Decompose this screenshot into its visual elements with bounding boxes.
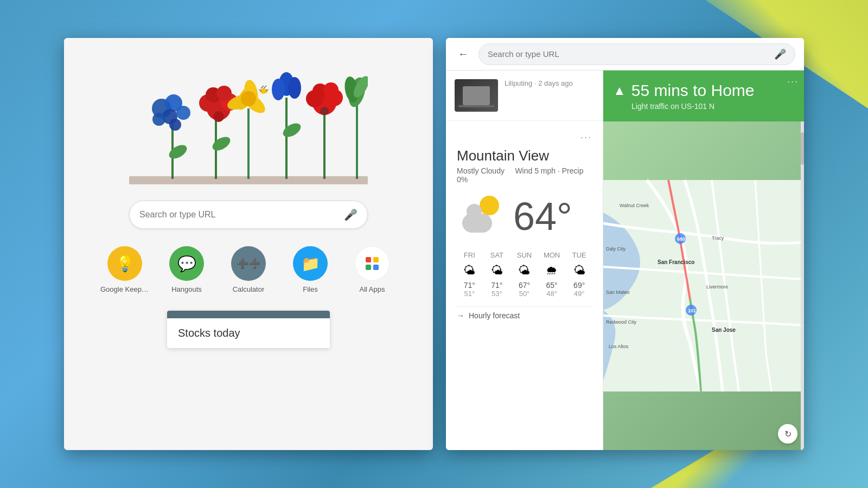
weather-dots[interactable]: ··· bbox=[457, 132, 592, 143]
svg-text:Tracy: Tracy bbox=[712, 235, 724, 241]
forecast-day-name-4: TUE bbox=[566, 251, 592, 259]
window-left: 🎤 💡 Google Keep -... 💬 Hangouts ➕➗ Calcu… bbox=[64, 38, 433, 450]
svg-text:San Mateo: San Mateo bbox=[606, 290, 630, 295]
address-bar: ← 🎤 bbox=[446, 38, 804, 70]
url-input[interactable] bbox=[488, 49, 774, 59]
weather-main: 64° bbox=[457, 195, 592, 238]
forecast-day-0: FRI 🌤 71° 51° bbox=[457, 251, 482, 298]
svg-line-27 bbox=[261, 86, 264, 88]
app-item-files[interactable]: 📁 Files bbox=[286, 246, 335, 293]
forecast-icon-0: 🌤 bbox=[457, 264, 482, 278]
svg-text:Redwood City: Redwood City bbox=[606, 319, 637, 325]
app-icon-keep: 💡 bbox=[107, 246, 142, 281]
stocks-title: Stocks today bbox=[178, 327, 240, 339]
forecast-day-name-3: MON bbox=[539, 251, 565, 259]
map-area: Walnut Creek Daly City San Francisco Tra… bbox=[603, 121, 804, 450]
nav-header: ▲ 55 mins to Home bbox=[613, 81, 794, 100]
svg-point-32 bbox=[272, 79, 285, 100]
stocks-card-header bbox=[167, 311, 330, 318]
app-item-calculator[interactable]: ➕➗ Calculator bbox=[224, 246, 273, 293]
svg-text:Los Altos: Los Altos bbox=[609, 344, 629, 349]
app-label-keep: Google Keep -... bbox=[100, 285, 149, 293]
news-item: Liliputing · 2 days ago bbox=[446, 70, 603, 121]
right-content: Liliputing · 2 days ago ··· Mountain Vie… bbox=[446, 70, 804, 450]
hourly-forecast-link[interactable]: → Hourly forecast bbox=[457, 306, 592, 324]
forecast-day-3: MON 🌧 65° 48° bbox=[539, 251, 565, 298]
forecast-icon-2: 🌤 bbox=[512, 264, 537, 278]
svg-text:101: 101 bbox=[688, 308, 696, 313]
news-thumb-image bbox=[455, 79, 498, 112]
app-label-hangouts: Hangouts bbox=[162, 285, 211, 293]
sun-icon bbox=[480, 196, 499, 215]
left-mic-icon[interactable]: 🎤 bbox=[344, 208, 358, 221]
svg-point-14 bbox=[169, 119, 181, 131]
url-bar[interactable]: 🎤 bbox=[478, 43, 795, 65]
nav-subtitle: Light traffic on US-101 N bbox=[631, 102, 794, 111]
svg-text:Livermore: Livermore bbox=[706, 284, 728, 290]
svg-point-38 bbox=[323, 82, 339, 98]
stocks-card: Stocks today bbox=[167, 311, 330, 348]
forecast-icon-3: 🌧 bbox=[539, 264, 565, 278]
app-item-hangouts[interactable]: 💬 Hangouts bbox=[162, 246, 211, 293]
news-thumbnail bbox=[455, 79, 498, 112]
navigation-arrow-icon: ▲ bbox=[613, 83, 626, 98]
svg-point-33 bbox=[288, 77, 301, 99]
forecast-day-2: SUN 🌤 67° 50° bbox=[512, 251, 537, 298]
svg-text:Walnut Creek: Walnut Creek bbox=[620, 203, 649, 208]
svg-line-28 bbox=[264, 86, 266, 88]
app-item-all-apps[interactable]: All Apps bbox=[348, 246, 397, 293]
weather-city: Mountain View bbox=[457, 147, 592, 164]
forecast-icon-1: 🌤 bbox=[484, 264, 510, 278]
forecast-low-3: 48° bbox=[539, 290, 565, 298]
scrollbar[interactable] bbox=[801, 121, 804, 450]
forecast-high-1: 71° bbox=[484, 281, 510, 290]
forecast-icon-4: 🌤 bbox=[566, 264, 592, 278]
svg-text:Daly City: Daly City bbox=[606, 246, 626, 252]
hourly-arrow-icon: → bbox=[457, 311, 464, 320]
svg-point-20 bbox=[213, 111, 224, 122]
cloud-icon bbox=[462, 214, 492, 233]
svg-point-25 bbox=[241, 91, 256, 106]
right-right-panel: ··· ▲ 55 mins to Home Light traffic on U… bbox=[603, 70, 804, 450]
svg-text:San Francisco: San Francisco bbox=[658, 259, 694, 265]
app-label-all-apps: All Apps bbox=[348, 285, 397, 293]
navigation-card: ··· ▲ 55 mins to Home Light traffic on U… bbox=[603, 70, 804, 121]
right-left-panel: Liliputing · 2 days ago ··· Mountain Vie… bbox=[446, 70, 603, 450]
temperature-display: 64° bbox=[513, 197, 572, 236]
forecast-high-3: 65° bbox=[539, 281, 565, 290]
hourly-link-label: Hourly forecast bbox=[469, 311, 520, 320]
app-icons-row: 💡 Google Keep -... 💬 Hangouts ➕➗ Calcula… bbox=[100, 246, 397, 293]
weather-card: ··· Mountain View Mostly Cloudy Wind 5 m… bbox=[446, 121, 603, 450]
scrollbar-thumb[interactable] bbox=[801, 132, 804, 165]
left-search-input[interactable] bbox=[139, 210, 344, 220]
weather-icon-large bbox=[457, 195, 500, 238]
svg-rect-43 bbox=[129, 176, 368, 184]
app-item-google-keep[interactable]: 💡 Google Keep -... bbox=[100, 246, 149, 293]
forecast-high-4: 69° bbox=[566, 281, 592, 290]
svg-point-7 bbox=[210, 134, 232, 153]
app-icon-calculator: ➕➗ bbox=[231, 246, 266, 281]
forecast-grid: FRI 🌤 71° 51° SAT 🌤 71° 53° SUN bbox=[457, 251, 592, 298]
app-label-files: Files bbox=[286, 285, 335, 293]
weather-condition: Mostly Cloudy bbox=[457, 166, 505, 175]
left-search-container: 🎤 bbox=[129, 201, 368, 229]
news-source: Liliputing · 2 days ago bbox=[505, 79, 594, 87]
svg-rect-44 bbox=[366, 257, 371, 262]
app-icon-hangouts: 💬 bbox=[169, 246, 204, 281]
svg-rect-46 bbox=[366, 265, 371, 270]
back-button[interactable]: ← bbox=[455, 46, 472, 63]
doodle-area bbox=[80, 49, 417, 190]
left-search-bar[interactable]: 🎤 bbox=[129, 201, 368, 229]
forecast-day-name-2: SUN bbox=[512, 251, 537, 259]
svg-point-19 bbox=[216, 86, 232, 101]
svg-text:San Jose: San Jose bbox=[712, 327, 736, 333]
forecast-high-0: 71° bbox=[457, 281, 482, 290]
nav-dots[interactable]: ··· bbox=[787, 76, 799, 87]
forecast-low-0: 51° bbox=[457, 290, 482, 298]
refresh-button[interactable]: ↻ bbox=[778, 424, 797, 444]
app-label-calculator: Calculator bbox=[224, 285, 273, 293]
desktop: 🎤 💡 Google Keep -... 💬 Hangouts ➕➗ Calcu… bbox=[53, 27, 815, 461]
app-icon-files: 📁 bbox=[293, 246, 328, 281]
map-svg: Walnut Creek Daly City San Francisco Tra… bbox=[603, 121, 804, 450]
url-mic-icon[interactable]: 🎤 bbox=[774, 48, 786, 60]
